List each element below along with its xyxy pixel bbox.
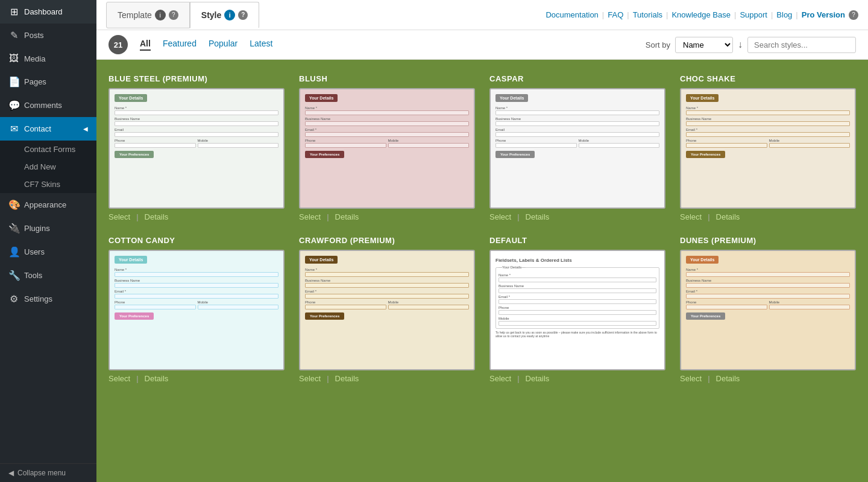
sidebar-label-dashboard: Dashboard: [24, 7, 63, 16]
details-link-dunes[interactable]: Details: [716, 374, 740, 383]
sidebar-label-tools: Tools: [24, 271, 42, 280]
filter-popular[interactable]: Popular: [209, 39, 237, 51]
filter-all[interactable]: All: [140, 39, 151, 51]
style-actions-dunes: Select | Details: [680, 374, 856, 383]
tutorials-link[interactable]: Tutorials: [633, 10, 662, 19]
style-preview-cotton-candy: Your Details Name * Business Name Email …: [108, 250, 285, 370]
pro-version-link[interactable]: Pro Version: [802, 10, 845, 19]
sidebar-label-appearance: Appearance: [24, 200, 66, 209]
sort-label: Sort by: [646, 40, 670, 49]
collapse-menu-button[interactable]: ◀ Collapse menu: [0, 463, 96, 482]
media-icon: 🖼: [8, 53, 19, 64]
details-link-blue-steel[interactable]: Details: [145, 212, 169, 221]
comments-icon: 💬: [8, 100, 19, 111]
sidebar-item-cf7-skins[interactable]: CF7 Skins: [0, 176, 96, 193]
blog-link[interactable]: Blog: [776, 10, 792, 19]
style-title-cotton-candy: COTTON CANDY: [108, 236, 285, 245]
faq-link[interactable]: FAQ: [608, 10, 623, 19]
style-card-caspar: CASPAR Your Details Name * Business Name…: [489, 74, 665, 221]
pages-icon: 📄: [8, 76, 19, 87]
style-card-choc-shake: CHOC SHAKE Your Details Name * Business …: [680, 74, 856, 221]
select-button-crawford[interactable]: Select: [299, 374, 321, 383]
posts-icon: ✎: [8, 30, 19, 41]
tab-template[interactable]: Template i ?: [106, 2, 190, 28]
sidebar-item-users[interactable]: 👤 Users: [0, 240, 96, 264]
select-button-choc-shake[interactable]: Select: [680, 212, 702, 221]
sort-direction-button[interactable]: ↓: [738, 39, 743, 50]
dashboard-icon: ⊞: [8, 6, 19, 17]
sidebar-item-dashboard[interactable]: ⊞ Dashboard: [0, 0, 96, 24]
style-preview-blush: Your Details Name * Business Name Email …: [299, 88, 475, 209]
main-content: Template i ? Style i ? Documentation | F…: [96, 0, 868, 482]
knowledge-base-link[interactable]: Knowledge Base: [671, 10, 731, 19]
sidebar-item-contact[interactable]: ✉ Contact ◀: [0, 117, 96, 141]
style-actions-caspar: Select | Details: [489, 212, 665, 221]
sidebar-label-pages: Pages: [24, 77, 46, 86]
style-preview-choc-shake: Your Details Name * Business Name Email …: [680, 88, 856, 209]
style-actions-choc-shake: Select | Details: [680, 212, 856, 221]
appearance-icon: 🎨: [8, 199, 19, 211]
sidebar-item-posts[interactable]: ✎ Posts: [0, 24, 96, 47]
select-button-blush[interactable]: Select: [299, 212, 321, 221]
details-link-cotton-candy[interactable]: Details: [145, 374, 169, 383]
sidebar-item-comments[interactable]: 💬 Comments: [0, 94, 96, 117]
users-icon: 👤: [8, 246, 19, 258]
details-link-blush[interactable]: Details: [335, 212, 359, 221]
styles-grid: BLUE STEEL (PREMIUM) Your Details Name *…: [108, 74, 856, 383]
sidebar-label-users: Users: [24, 247, 45, 256]
filter-featured[interactable]: Featured: [163, 39, 197, 51]
select-button-caspar[interactable]: Select: [489, 212, 511, 221]
style-card-crawford: CRAWFORD (PREMIUM) Your Details Name * B…: [299, 236, 475, 383]
search-input[interactable]: [747, 37, 856, 53]
details-link-choc-shake[interactable]: Details: [716, 212, 740, 221]
style-info-badge: i: [224, 10, 235, 21]
select-button-default[interactable]: Select: [489, 374, 511, 383]
sidebar-item-tools[interactable]: 🔧 Tools: [0, 264, 96, 287]
style-card-default: DEFAULT Fieldsets, Labels & Ordered List…: [489, 236, 665, 383]
style-title-caspar: CASPAR: [489, 74, 665, 83]
details-link-caspar[interactable]: Details: [526, 212, 550, 221]
details-link-crawford[interactable]: Details: [335, 374, 359, 383]
style-preview-dunes: Your Details Name * Business Name Email …: [680, 250, 856, 370]
style-card-dunes: DUNES (PREMIUM) Your Details Name * Busi…: [680, 236, 856, 383]
sidebar-item-add-new[interactable]: Add New: [0, 158, 96, 176]
contact-icon: ✉: [8, 123, 19, 135]
style-help-badge[interactable]: ?: [238, 10, 248, 20]
sidebar-item-settings[interactable]: ⚙ Settings: [0, 287, 96, 311]
style-card-cotton-candy: COTTON CANDY Your Details Name * Busines…: [108, 236, 285, 383]
style-actions-cotton-candy: Select | Details: [108, 374, 285, 383]
style-title-choc-shake: CHOC SHAKE: [680, 74, 856, 83]
style-title-blush: BLUSH: [299, 74, 475, 83]
collapse-arrow-icon: ◀: [8, 469, 14, 477]
select-button-blue-steel[interactable]: Select: [108, 212, 130, 221]
style-actions-blue-steel: Select | Details: [108, 212, 285, 221]
sidebar-item-appearance[interactable]: 🎨 Appearance: [0, 193, 96, 217]
sidebar-label-plugins: Plugins: [24, 224, 50, 233]
sort-select[interactable]: Name Date Popularity: [675, 37, 733, 53]
sidebar-label-contact: Contact: [24, 124, 51, 133]
topbar-links: Documentation | FAQ | Tutorials | Knowle…: [546, 10, 858, 20]
sidebar-item-pages[interactable]: 📄 Pages: [0, 70, 96, 94]
style-preview-blue-steel: Your Details Name * Business Name Email …: [108, 88, 285, 209]
style-card-blue-steel: BLUE STEEL (PREMIUM) Your Details Name *…: [108, 74, 285, 221]
details-link-default[interactable]: Details: [526, 374, 550, 383]
sidebar-item-media[interactable]: 🖼 Media: [0, 47, 96, 70]
style-actions-blush: Select | Details: [299, 212, 475, 221]
style-actions-default: Select | Details: [489, 374, 665, 383]
topbar: Template i ? Style i ? Documentation | F…: [96, 0, 868, 30]
collapse-label: Collapse menu: [17, 469, 66, 477]
support-link[interactable]: Support: [740, 10, 767, 19]
style-title-default: DEFAULT: [489, 236, 665, 245]
template-help-badge[interactable]: ?: [169, 10, 178, 20]
sidebar-label-settings: Settings: [24, 294, 52, 303]
tab-style[interactable]: Style i ?: [190, 2, 259, 28]
pro-help-icon[interactable]: ?: [849, 10, 858, 20]
sidebar-item-plugins[interactable]: 🔌 Plugins: [0, 217, 96, 240]
documentation-link[interactable]: Documentation: [546, 10, 598, 19]
sidebar-item-contact-forms[interactable]: Contact Forms: [0, 141, 96, 158]
select-button-dunes[interactable]: Select: [680, 374, 702, 383]
filter-links: All Featured Popular Latest: [140, 39, 272, 51]
select-button-cotton-candy[interactable]: Select: [108, 374, 130, 383]
style-actions-crawford: Select | Details: [299, 374, 475, 383]
filter-latest[interactable]: Latest: [250, 39, 272, 51]
